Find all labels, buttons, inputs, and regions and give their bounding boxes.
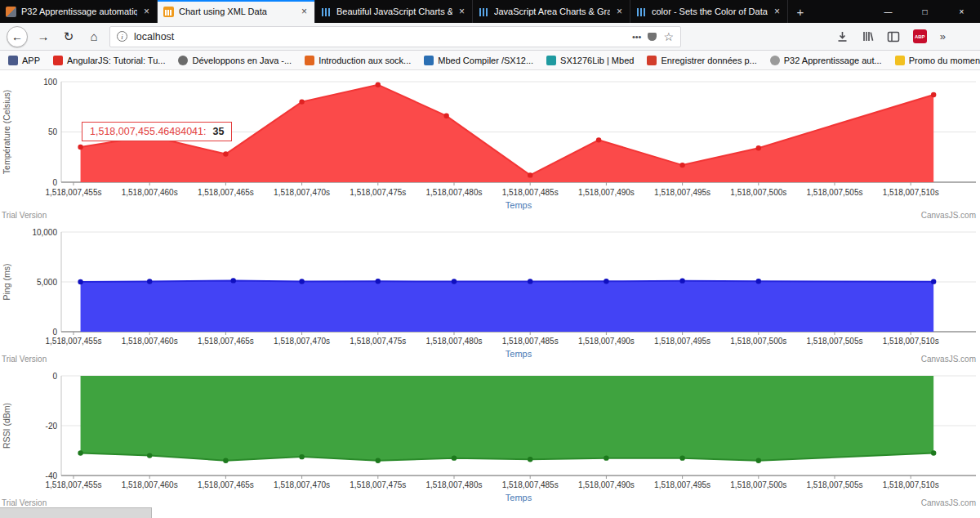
svg-text:1,518,007,510s: 1,518,007,510s bbox=[883, 337, 939, 346]
ping-chart: 05,00010,0001,518,007,455s1,518,007,460s… bbox=[0, 226, 980, 369]
svg-text:1,518,007,485s: 1,518,007,485s bbox=[502, 480, 559, 489]
data-point bbox=[604, 455, 608, 460]
tab-close-icon[interactable]: × bbox=[457, 6, 466, 17]
data-point bbox=[528, 172, 532, 177]
data-point bbox=[147, 279, 152, 284]
reload-button[interactable]: ↻ bbox=[59, 27, 78, 47]
svg-text:1,518,007,505s: 1,518,007,505s bbox=[807, 337, 863, 346]
minimize-button[interactable]: — bbox=[870, 0, 906, 23]
angular-favicon-icon bbox=[53, 56, 63, 65]
tab-color-data-series[interactable]: color - Sets the Color of Data S× bbox=[630, 0, 788, 23]
svg-text:1,518,007,485s: 1,518,007,485s bbox=[502, 337, 559, 346]
abp-icon[interactable]: ABP bbox=[913, 29, 927, 43]
tab-p32-apprentissage[interactable]: P32 Apprentissage automatique po× bbox=[0, 0, 158, 23]
chart-favicon-icon bbox=[479, 7, 489, 17]
tab-strip: P32 Apprentissage automatique po×Chart u… bbox=[0, 0, 788, 23]
tab-close-icon[interactable]: × bbox=[773, 6, 782, 17]
chart-tooltip: 1,518,007,455.46484041:35 bbox=[82, 122, 232, 141]
data-point bbox=[679, 455, 684, 460]
tab-title: P32 Apprentissage automatique po bbox=[21, 7, 137, 16]
rssi-chart: -40-2001,518,007,455s1,518,007,460s1,518… bbox=[0, 369, 980, 513]
svg-text:1,518,007,455s: 1,518,007,455s bbox=[46, 337, 102, 346]
data-point bbox=[756, 458, 761, 463]
svg-text:Trial Version: Trial Version bbox=[2, 355, 47, 364]
sock-favicon-icon bbox=[305, 56, 314, 65]
download-icon[interactable] bbox=[836, 30, 849, 42]
data-point bbox=[231, 278, 236, 283]
data-point bbox=[299, 279, 304, 284]
tab-close-icon[interactable]: × bbox=[142, 6, 151, 17]
data-point bbox=[679, 163, 684, 167]
tab-close-icon[interactable]: × bbox=[300, 6, 309, 17]
svg-text:1,518,007,455s: 1,518,007,455s bbox=[46, 480, 102, 489]
page-actions-icon[interactable]: ••• bbox=[632, 32, 642, 42]
url-bar[interactable]: i localhost ••• ☆ bbox=[109, 26, 681, 47]
data-point bbox=[596, 137, 601, 142]
data-point bbox=[452, 455, 457, 460]
data-point bbox=[528, 457, 532, 462]
data-point bbox=[78, 145, 82, 150]
maximize-button[interactable]: □ bbox=[906, 0, 943, 23]
back-button[interactable]: ← bbox=[7, 26, 28, 47]
overflow-chevron-icon[interactable]: » bbox=[940, 30, 946, 42]
svg-text:1,518,007,460s: 1,518,007,460s bbox=[122, 480, 178, 489]
svg-text:1,518,007,490s: 1,518,007,490s bbox=[578, 480, 635, 489]
bookmarks-bar: APPAngularJS: Tutorial: Tu...Développons… bbox=[0, 51, 980, 70]
library-icon[interactable] bbox=[862, 30, 874, 42]
svg-text:0: 0 bbox=[52, 372, 57, 381]
bookmark-izy[interactable]: Promo du moment | IZY bbox=[895, 56, 980, 65]
url-text[interactable]: localhost bbox=[134, 31, 626, 42]
data-point bbox=[756, 279, 761, 284]
home-icon: ⌂ bbox=[90, 29, 97, 43]
svg-text:Température (Celsius): Température (Celsius) bbox=[2, 90, 11, 174]
svg-text:CanvasJS.com: CanvasJS.com bbox=[921, 355, 976, 364]
bookmark-label: Introduction aux sock... bbox=[318, 56, 411, 65]
bookmark-p32[interactable]: P32 Apprentissage aut... bbox=[770, 56, 882, 65]
svg-text:1,518,007,490s: 1,518,007,490s bbox=[578, 337, 635, 346]
tab-title: JavaScript Area Charts & Graph bbox=[494, 7, 610, 16]
sx-favicon-icon bbox=[546, 56, 556, 65]
bookmark-angularjs[interactable]: AngularJS: Tutorial: Tu... bbox=[53, 56, 165, 65]
svg-text:Temps: Temps bbox=[506, 200, 532, 210]
tab-beautiful-js-charts[interactable]: Beautiful JavaScript Charts & G× bbox=[315, 0, 473, 23]
pocket-icon[interactable] bbox=[648, 33, 657, 41]
tab-js-area-charts[interactable]: JavaScript Area Charts & Graph× bbox=[473, 0, 630, 23]
svg-text:1,518,007,500s: 1,518,007,500s bbox=[730, 337, 786, 346]
site-info-icon[interactable]: i bbox=[117, 31, 127, 42]
bookmark-sockets[interactable]: Introduction aux sock... bbox=[305, 56, 411, 65]
new-tab-button[interactable]: + bbox=[788, 0, 813, 23]
data-point bbox=[528, 279, 532, 284]
svg-text:1,518,007,505s: 1,518,007,505s bbox=[807, 188, 863, 197]
bookmark-enregistrer[interactable]: Enregistrer données p... bbox=[647, 56, 756, 65]
svg-text:Trial Version: Trial Version bbox=[2, 211, 47, 220]
svg-text:1,518,007,460s: 1,518,007,460s bbox=[122, 188, 178, 197]
tab-close-icon[interactable]: × bbox=[615, 6, 624, 17]
home-button[interactable]: ⌂ bbox=[84, 27, 104, 47]
java-favicon-icon bbox=[178, 56, 188, 65]
svg-text:-20: -20 bbox=[46, 422, 58, 431]
svg-text:1,518,007,485s: 1,518,007,485s bbox=[502, 188, 559, 197]
svg-text:1,518,007,480s: 1,518,007,480s bbox=[426, 337, 483, 346]
p32b-favicon-icon bbox=[770, 56, 780, 65]
bookmark-label: Enregistrer données p... bbox=[661, 56, 756, 65]
app-favicon-icon bbox=[8, 56, 18, 65]
data-point bbox=[299, 454, 304, 459]
close-button[interactable]: × bbox=[943, 0, 980, 23]
bookmark-sx1276lib[interactable]: SX1276Lib | Mbed bbox=[546, 56, 634, 65]
svg-text:1,518,007,455s: 1,518,007,455s bbox=[46, 188, 102, 197]
sidebar-icon[interactable] bbox=[887, 31, 900, 42]
data-point bbox=[223, 458, 228, 463]
status-bar-fragment bbox=[0, 507, 152, 518]
chart-favicon-icon bbox=[636, 7, 647, 17]
tab-chart-using-xml-data[interactable]: Chart using XML Data× bbox=[158, 0, 315, 23]
bookmark-mbed-compiler[interactable]: Mbed Compiler /SX12... bbox=[424, 56, 533, 65]
tab-title: Chart using XML Data bbox=[179, 7, 295, 16]
svg-text:1,518,007,475s: 1,518,007,475s bbox=[350, 480, 406, 489]
svg-text:1,518,007,475s: 1,518,007,475s bbox=[350, 188, 406, 197]
bookmark-java[interactable]: Développons en Java -... bbox=[178, 56, 292, 65]
bookmark-star-icon[interactable]: ☆ bbox=[663, 30, 674, 43]
svg-text:50: 50 bbox=[48, 127, 58, 136]
bookmark-label: P32 Apprentissage aut... bbox=[784, 56, 882, 65]
bookmark-app[interactable]: APP bbox=[8, 56, 40, 65]
forward-button[interactable]: → bbox=[33, 27, 53, 47]
